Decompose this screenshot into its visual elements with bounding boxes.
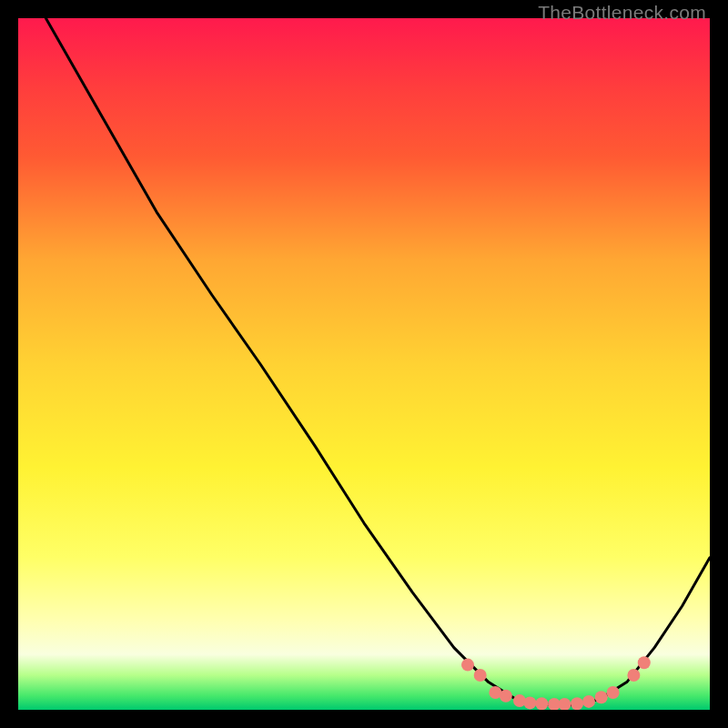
data-marker <box>500 690 512 703</box>
data-marker <box>627 669 640 682</box>
data-marker <box>638 656 651 669</box>
plot-area <box>18 18 710 710</box>
data-marker <box>571 697 583 710</box>
curve-layer <box>18 18 710 710</box>
data-marker <box>523 696 536 709</box>
bottleneck-curve-path <box>46 18 710 705</box>
data-marker <box>607 686 620 699</box>
data-marker <box>535 697 548 710</box>
chart-frame: TheBottleneck.com <box>0 0 728 728</box>
data-marker <box>558 698 571 710</box>
bottleneck-curve <box>46 18 710 705</box>
data-marker <box>461 659 474 672</box>
data-marker <box>582 695 595 708</box>
data-marker <box>474 669 487 682</box>
attribution-label: TheBottleneck.com <box>538 2 706 24</box>
data-marker <box>595 691 608 703</box>
